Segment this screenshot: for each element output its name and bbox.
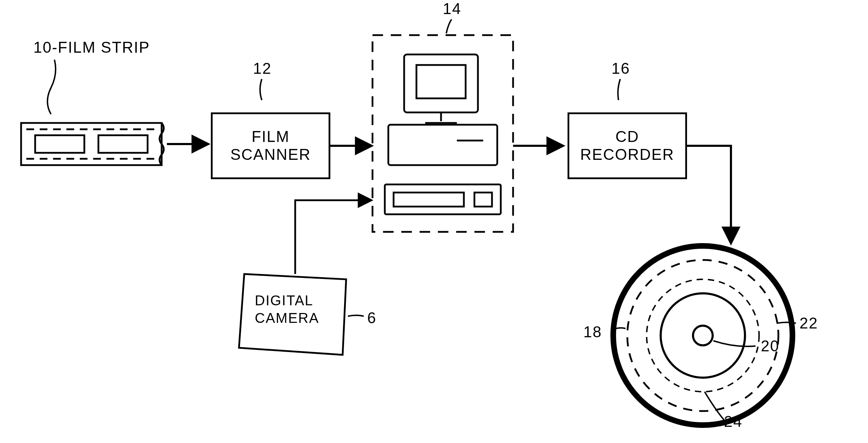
svg-rect-0 xyxy=(21,123,162,165)
svg-point-19 xyxy=(627,260,778,411)
svg-rect-7 xyxy=(373,35,513,232)
svg-rect-12 xyxy=(388,125,497,165)
computer-ref-label: 14 xyxy=(443,0,461,18)
svg-point-22 xyxy=(647,279,759,392)
svg-rect-9 xyxy=(416,65,466,98)
digital-camera-ref-label: 6 xyxy=(367,309,376,327)
film-strip xyxy=(21,123,164,165)
cd-recorder-text: CD RECORDER xyxy=(569,128,685,163)
film-scanner-ref-label: 12 xyxy=(253,60,272,77)
disc-inner-dashed-ref-label: 24 xyxy=(724,413,743,430)
svg-point-21 xyxy=(693,326,713,345)
computer xyxy=(373,35,513,232)
digital-camera-text: DIGITAL CAMERA xyxy=(255,292,319,327)
disc-hub-ref-label: 20 xyxy=(761,337,779,355)
film-scanner-block: FILM SCANNER xyxy=(211,112,330,179)
disc-dashed-ref-label: 22 xyxy=(799,314,818,332)
svg-rect-16 xyxy=(474,193,492,207)
svg-rect-8 xyxy=(404,54,478,112)
film-strip-ref-label: 10-FILM STRIP xyxy=(33,39,150,56)
svg-rect-14 xyxy=(385,184,501,214)
cd-recorder-block: CD RECORDER xyxy=(568,112,687,179)
compact-disc xyxy=(613,246,792,425)
svg-rect-3 xyxy=(35,135,84,153)
film-scanner-text: FILM SCANNER xyxy=(213,128,329,163)
svg-rect-15 xyxy=(394,193,464,207)
cd-recorder-ref-label: 16 xyxy=(611,60,630,77)
svg-point-20 xyxy=(661,293,745,378)
svg-rect-4 xyxy=(98,135,148,153)
diagram-svg xyxy=(0,0,868,443)
svg-point-18 xyxy=(613,246,792,425)
disc-outer-ref-label: 18 xyxy=(583,323,602,341)
